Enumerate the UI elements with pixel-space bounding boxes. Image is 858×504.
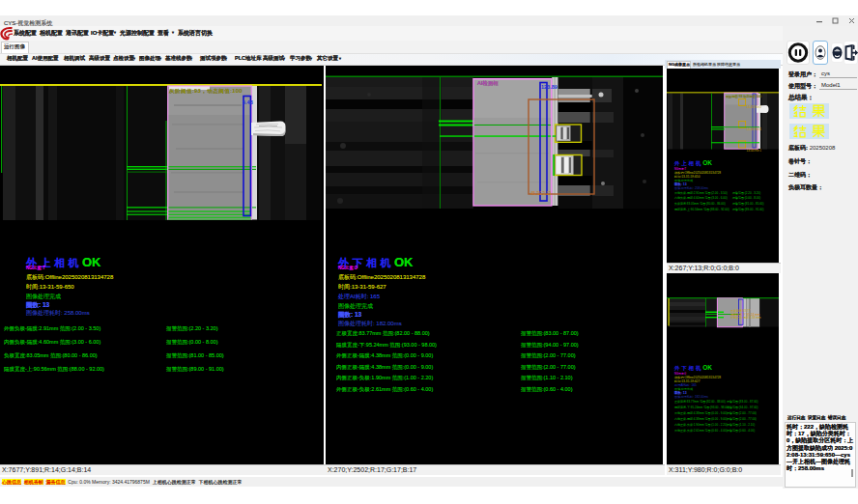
svg-text:负极宽度:83.05mm 范围:(80.00 - 86.00: 负极宽度:83.05mm 范围:(80.00 - 86.00) [674,202,726,206]
svg-text:报警范围:(0.00 - 8.00): 报警范围:(0.00 - 8.00) [732,196,760,200]
svg-text:5.48: 5.48 [243,99,253,105]
svg-text:内侧正极-负极:1.90mm 范围:(1.00 - 2.20: 内侧正极-负极:1.90mm 范围:(1.00 - 2.20) [674,423,728,427]
svg-text:报警范围:(94.00 - 97.00): 报警范围:(94.00 - 97.00) [727,406,758,409]
svg-text:图像处理耗时: 182.00ms: 图像处理耗时: 182.00ms [674,395,708,399]
svg-text:报警范围:(1.10 - 2.10): 报警范围:(1.10 - 2.10) [727,423,755,427]
svg-text:报警范围:(2.00 - 77.00): 报警范围:(2.00 - 77.00) [727,417,757,421]
svg-text:底板码:Offline2025020813134728: 底板码:Offline2025020813134728 [674,171,721,175]
svg-text:底板码:Offline2025020813134728: 底板码:Offline2025020813134728 [674,376,721,379]
svg-text:报警范围:(0.60 - 4.00): 报警范围:(0.60 - 4.00) [727,429,755,433]
svg-text:正极宽度:83.77mm 范围:(82.00 - 88.00: 正极宽度:83.77mm 范围:(82.00 - 88.00) [674,400,726,404]
svg-text:内侧正极-隔膜:4.38mm 范围:(0.00 - 9.00: 内侧正极-隔膜:4.38mm 范围:(0.00 - 9.00) [674,417,728,421]
svg-text:内侧负极-隔膜:4.60mm 范围:(3.00 - 6.00: 内侧负极-隔膜:4.60mm 范围:(3.00 - 6.00) [674,196,728,200]
svg-text:灰阶阈值:93，动态阈值:100: 灰阶阈值:93，动态阈值:100 [169,88,243,95]
svg-text:外侧负极-隔膜:2.91mm 范围:(2.00 - 3.50: 外侧负极-隔膜:2.91mm 范围:(2.00 - 3.50) [674,191,728,195]
svg-text:隔膜宽度-上:90.56mm 范围:(88.00 - 92.: 隔膜宽度-上:90.56mm 范围:(88.00 - 92.00) [674,208,729,211]
svg-text:报警范围:(2.00 - 77.00): 报警范围:(2.00 - 77.00) [727,411,757,415]
svg-text:123.89: 123.89 [541,84,558,90]
svg-text:外侧正极-负极:2.61mm 范围:(0.60 - 4.00: 外侧正极-负极:2.61mm 范围:(0.60 - 4.00) [674,429,728,433]
svg-text:报警范围:(81.00 - 85.00): 报警范围:(81.00 - 85.00) [732,202,764,206]
svg-text:报警范围:(89.00 - 91.00): 报警范围:(89.00 - 91.00) [732,208,764,211]
svg-text:灰阶阈值:93 动态阈值:100: 灰阶阈值:93 动态阈值:100 [726,95,761,98]
svg-text:AI检测框: AI检测框 [477,80,499,87]
svg-text:报警范围:(2.20 - 3.20): 报警范围:(2.20 - 3.20) [732,191,760,195]
svg-text:隔膜宽度-下:95.24mm 范围:(93.00 - 98.: 隔膜宽度-下:95.24mm 范围:(93.00 - 98.00) [674,406,729,409]
svg-text:45.39 2.13: 45.39 2.13 [530,191,552,196]
svg-text:13.45 Re:1: 13.45 Re:1 [747,105,762,109]
svg-text:外侧正极-隔膜:4.38mm 范围:(0.00 - 9.00: 外侧正极-隔膜:4.38mm 范围:(0.00 - 9.00) [674,411,728,415]
svg-text:13.40 Re:1: 13.40 Re:1 [747,127,762,131]
svg-text:13.45 Re:1: 13.45 Re:1 [747,149,762,153]
svg-text:报警范围:(83.00 - 87.00): 报警范围:(83.00 - 87.00) [727,400,758,404]
svg-text:外侧正极-隔膜:4.38 mm: 外侧正极-隔膜:4.38 mm [730,316,761,320]
